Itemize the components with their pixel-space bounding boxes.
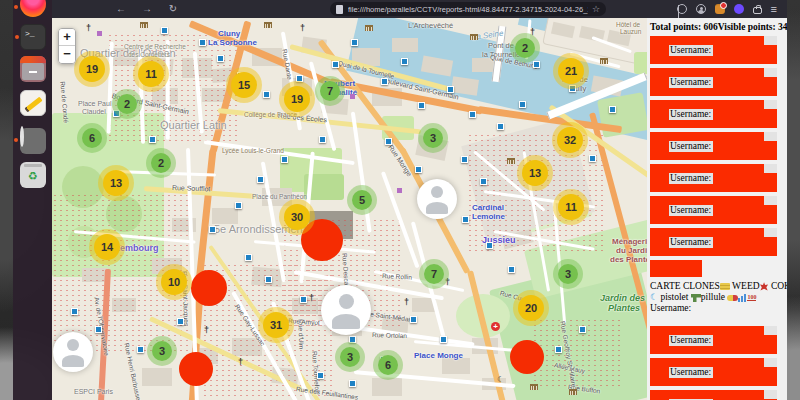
back-button[interactable]: ← bbox=[114, 0, 128, 18]
camera-point-marker[interactable] bbox=[461, 156, 468, 163]
extensions-puzzle-icon[interactable] bbox=[753, 7, 762, 14]
cluster-marker[interactable]: 21 bbox=[558, 58, 584, 84]
camera-point-marker[interactable] bbox=[113, 110, 120, 117]
cluster-marker[interactable]: 11 bbox=[558, 194, 584, 220]
camera-point-marker[interactable] bbox=[579, 326, 586, 333]
camera-point-marker[interactable] bbox=[209, 226, 216, 233]
permissions-icon[interactable] bbox=[677, 4, 687, 14]
camera-point-marker[interactable] bbox=[589, 155, 596, 162]
cluster-marker[interactable]: 7 bbox=[424, 264, 444, 284]
camera-point-marker[interactable] bbox=[95, 326, 102, 333]
camera-point-marker[interactable] bbox=[415, 166, 422, 173]
camera-point-marker[interactable] bbox=[257, 176, 264, 183]
person-marker[interactable] bbox=[53, 332, 93, 372]
trash-icon[interactable]: ♻ bbox=[20, 162, 46, 188]
cluster-marker[interactable]: 14 bbox=[94, 234, 120, 260]
camera-point-marker[interactable] bbox=[480, 178, 487, 185]
camera-point-marker[interactable] bbox=[161, 27, 168, 34]
cluster-marker[interactable]: 15 bbox=[231, 72, 257, 98]
cluster-marker[interactable]: 31 bbox=[263, 312, 289, 338]
camera-point-marker[interactable] bbox=[351, 39, 358, 46]
camera-point-marker[interactable] bbox=[235, 202, 242, 209]
person-marker[interactable] bbox=[417, 179, 457, 219]
camera-point-marker[interactable] bbox=[245, 254, 252, 261]
camera-point-marker[interactable] bbox=[486, 242, 493, 249]
forward-button[interactable]: → bbox=[140, 0, 154, 18]
cluster-marker[interactable]: 3 bbox=[152, 341, 172, 361]
settings-icon[interactable] bbox=[20, 128, 46, 154]
leaflet-map[interactable]: + − Quartier de l'OdéonQuartier Latin5e … bbox=[52, 18, 647, 400]
camera-point-marker[interactable] bbox=[349, 380, 356, 387]
cluster-marker[interactable]: 11 bbox=[138, 61, 164, 87]
cluster-marker[interactable]: 19 bbox=[284, 86, 310, 112]
cluster-marker[interactable]: 13 bbox=[103, 170, 129, 196]
camera-point-marker[interactable] bbox=[149, 136, 156, 143]
red-circle-marker[interactable] bbox=[191, 270, 227, 306]
camera-point-marker[interactable] bbox=[508, 266, 515, 273]
camera-point-marker[interactable] bbox=[609, 106, 616, 113]
cluster-marker[interactable]: 32 bbox=[557, 127, 583, 153]
cluster-marker[interactable]: 30 bbox=[284, 204, 310, 230]
firefox-icon[interactable] bbox=[20, 0, 46, 17]
terminal-icon[interactable]: >_ bbox=[20, 24, 46, 50]
camera-point-marker[interactable] bbox=[177, 318, 184, 325]
camera-point-marker[interactable] bbox=[332, 61, 339, 68]
person-marker[interactable] bbox=[321, 285, 371, 335]
red-circle-marker[interactable] bbox=[179, 352, 213, 386]
cluster-marker[interactable]: 6 bbox=[82, 128, 102, 148]
cluster-marker[interactable]: 2 bbox=[117, 94, 137, 114]
camera-point-marker[interactable] bbox=[137, 346, 144, 353]
camera-point-marker[interactable] bbox=[296, 75, 303, 82]
cluster-marker[interactable]: 10 bbox=[161, 269, 187, 295]
cluster-marker[interactable]: 7 bbox=[320, 81, 340, 101]
account-icon[interactable] bbox=[696, 4, 706, 14]
cluster-marker[interactable]: 20 bbox=[518, 295, 544, 321]
camera-point-marker[interactable] bbox=[447, 86, 454, 93]
camera-point-marker[interactable] bbox=[440, 336, 447, 343]
cluster-marker[interactable]: 13 bbox=[522, 160, 548, 186]
cluster-marker[interactable]: 19 bbox=[79, 56, 105, 82]
camera-point-marker[interactable] bbox=[462, 216, 469, 223]
camera-point-marker[interactable] bbox=[319, 136, 326, 143]
menu-icon[interactable]: ≡ bbox=[771, 3, 777, 15]
camera-point-marker[interactable] bbox=[418, 102, 425, 109]
url-bar[interactable]: file:///home/parallels/CCTV/reports-html… bbox=[330, 2, 606, 16]
cluster-marker[interactable]: 2 bbox=[151, 153, 171, 173]
cluster-marker[interactable]: 3 bbox=[340, 347, 360, 367]
camera-point-marker[interactable] bbox=[533, 61, 540, 68]
red-circle-marker[interactable] bbox=[510, 340, 544, 374]
camera-point-marker[interactable] bbox=[401, 58, 408, 65]
camera-point-marker[interactable] bbox=[385, 138, 392, 145]
cluster-marker[interactable]: 3 bbox=[558, 264, 578, 284]
reload-button[interactable]: ↻ bbox=[166, 0, 180, 18]
camera-point-marker[interactable] bbox=[555, 346, 562, 353]
camera-point-marker[interactable] bbox=[317, 372, 324, 379]
camera-point-marker[interactable] bbox=[265, 276, 272, 283]
cluster-marker[interactable]: 5 bbox=[352, 190, 372, 210]
camera-point-marker[interactable] bbox=[300, 296, 307, 303]
extension-icon[interactable] bbox=[715, 4, 725, 14]
camera-point-marker[interactable] bbox=[469, 111, 476, 118]
camera-point-marker[interactable] bbox=[569, 85, 576, 92]
extension-icon-2[interactable] bbox=[734, 4, 744, 14]
camera-point-marker[interactable] bbox=[519, 101, 526, 108]
camera-point-marker[interactable] bbox=[349, 336, 356, 343]
cluster-marker[interactable]: 3 bbox=[423, 128, 443, 148]
cluster-marker[interactable]: 2 bbox=[515, 38, 535, 58]
camera-point-marker[interactable] bbox=[217, 55, 224, 62]
camera-point-marker[interactable] bbox=[381, 78, 388, 85]
text-editor-icon[interactable] bbox=[20, 90, 46, 116]
camera-point-marker[interactable] bbox=[263, 91, 270, 98]
files-icon[interactable] bbox=[20, 56, 46, 82]
cluster-marker[interactable]: 6 bbox=[378, 355, 398, 375]
bookmark-star-icon[interactable]: ☆ bbox=[592, 4, 600, 14]
camera-point-marker[interactable] bbox=[199, 39, 206, 46]
camera-point-marker[interactable] bbox=[281, 156, 288, 163]
url-text[interactable]: file:///home/parallels/CCTV/reports-html… bbox=[348, 5, 588, 14]
camera-point-marker[interactable] bbox=[410, 316, 417, 323]
zoom-out-button[interactable]: − bbox=[59, 46, 75, 63]
camera-point-marker[interactable] bbox=[497, 123, 504, 130]
red-circle-marker[interactable] bbox=[301, 219, 343, 261]
zoom-in-button[interactable]: + bbox=[59, 29, 75, 46]
camera-point-marker[interactable] bbox=[71, 308, 78, 315]
